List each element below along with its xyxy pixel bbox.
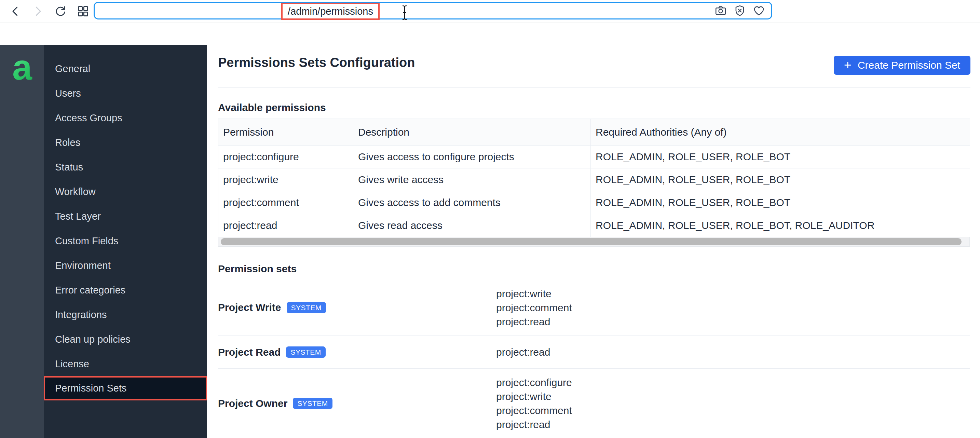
column-header-required-authorities-any-of: Required Authorities (Any of): [591, 119, 970, 145]
back-icon[interactable]: [9, 5, 22, 18]
cell-authorities: ROLE_ADMIN, ROLE_USER, ROLE_BOT: [591, 145, 970, 169]
permission-set-name-cell: Project WriteSYSTEM: [218, 279, 496, 336]
table-row-project-configure: project:configureGives access to configu…: [218, 145, 970, 169]
cell-authorities: ROLE_ADMIN, ROLE_USER, ROLE_BOT: [591, 169, 970, 191]
permission-line-project-read: project:read: [496, 417, 970, 432]
plus-icon: +: [844, 59, 851, 72]
permission-set-row-project-write: Project WriteSYSTEMproject:writeproject:…: [218, 279, 970, 336]
shield-block-icon[interactable]: [733, 5, 746, 17]
app-logo: a: [8, 51, 37, 84]
cell-description: Gives access to configure projects: [353, 145, 591, 169]
permission-set-permissions: project:configureproject:writeproject:co…: [496, 369, 970, 438]
permission-sets-heading: Permission sets: [218, 263, 297, 275]
forward-icon[interactable]: [32, 5, 45, 18]
available-permissions-table: PermissionDescriptionRequired Authoritie…: [218, 119, 970, 237]
url-value: /admin/permissions: [288, 6, 373, 17]
sidebar-item-custom-fields[interactable]: Custom Fields: [44, 229, 207, 253]
horizontal-scrollbar-track[interactable]: [218, 237, 970, 247]
column-header-permission: Permission: [218, 119, 353, 145]
column-header-description: Description: [353, 119, 591, 145]
permission-set-name-cell: Project OwnerSYSTEM: [218, 369, 496, 438]
sidebar-item-license[interactable]: License: [44, 352, 207, 376]
permission-sets-list: Project WriteSYSTEMproject:writeproject:…: [218, 279, 970, 438]
url-input[interactable]: /admin/permissions: [94, 2, 772, 19]
sidebar-logo-strip: a: [0, 45, 44, 438]
cell-description: Gives write access: [353, 169, 591, 191]
system-badge: SYSTEM: [286, 346, 325, 358]
permission-set-name: Project Owner: [218, 398, 287, 409]
tab-grid-icon[interactable]: [76, 5, 89, 18]
sidebar-item-roles[interactable]: Roles: [44, 130, 207, 155]
table-row-project-read: project:readGives read accessROLE_ADMIN,…: [218, 214, 970, 237]
sidebar-item-permission-sets[interactable]: Permission Sets: [44, 376, 207, 400]
table-row-project-write: project:writeGives write accessROLE_ADMI…: [218, 169, 970, 191]
horizontal-scrollbar-thumb[interactable]: [221, 238, 961, 245]
permission-line-project-comment: project:comment: [496, 403, 970, 417]
permission-line-project-write: project:write: [496, 390, 970, 403]
permission-set-name: Project Read: [218, 346, 280, 358]
heart-icon[interactable]: [753, 5, 765, 17]
header-divider: [218, 88, 970, 88]
sidebar-item-error-categories[interactable]: Error categories: [44, 278, 207, 303]
table-header-row: PermissionDescriptionRequired Authoritie…: [218, 119, 970, 145]
annotation-box-url: /admin/permissions: [281, 3, 380, 20]
admin-sidebar: a GeneralUsersAccess GroupsRolesStatusWo…: [0, 45, 207, 438]
sidebar-item-clean-up-policies[interactable]: Clean up policies: [44, 327, 207, 352]
permission-line-project-comment: project:comment: [496, 301, 970, 315]
permission-set-name-cell: Project ReadSYSTEM: [218, 336, 496, 368]
reload-icon[interactable]: [54, 5, 67, 18]
sidebar-item-general[interactable]: General: [44, 56, 207, 81]
cell-permission: project:write: [218, 169, 353, 191]
sidebar-item-integrations[interactable]: Integrations: [44, 303, 207, 327]
table-row-project-comment: project:commentGives access to add comme…: [218, 191, 970, 214]
cell-authorities: ROLE_ADMIN, ROLE_USER, ROLE_BOT: [591, 191, 970, 214]
cell-permission: project:read: [218, 214, 353, 237]
sidebar-nav: GeneralUsersAccess GroupsRolesStatusWork…: [44, 56, 207, 400]
cell-description: Gives access to add comments: [353, 191, 591, 214]
cell-authorities: ROLE_ADMIN, ROLE_USER, ROLE_BOT, ROLE_AU…: [591, 214, 970, 237]
sidebar-item-access-groups[interactable]: Access Groups: [44, 105, 207, 130]
page-title: Permissions Sets Configuration: [218, 55, 415, 70]
permission-set-permissions: project:read: [496, 336, 970, 368]
permission-line-project-read: project:read: [496, 345, 970, 359]
sidebar-item-users[interactable]: Users: [44, 81, 207, 105]
available-permissions-heading: Available permissions: [218, 102, 326, 113]
cell-description: Gives read access: [353, 214, 591, 237]
permission-set-row-project-owner: Project OwnerSYSTEMproject:configureproj…: [218, 369, 970, 438]
text-cursor-icon: [400, 5, 409, 21]
sidebar-item-environment[interactable]: Environment: [44, 253, 207, 278]
create-permission-set-label: Create Permission Set: [858, 59, 960, 71]
permission-line-project-configure: project:configure: [496, 376, 970, 390]
permission-set-permissions: project:writeproject:commentproject:read: [496, 279, 970, 336]
system-badge: SYSTEM: [287, 302, 326, 313]
cell-permission: project:configure: [218, 145, 353, 169]
sidebar-item-test-layer[interactable]: Test Layer: [44, 204, 207, 229]
cell-permission: project:comment: [218, 191, 353, 214]
sidebar-item-status[interactable]: Status: [44, 155, 207, 179]
permission-set-row-project-read: Project ReadSYSTEMproject:read: [218, 336, 970, 369]
sidebar-item-workflow[interactable]: Workflow: [44, 179, 207, 204]
permission-line-project-write: project:write: [496, 287, 970, 301]
permission-line-project-read: project:read: [496, 315, 970, 329]
create-permission-set-button[interactable]: + Create Permission Set: [834, 56, 970, 75]
permission-set-name: Project Write: [218, 302, 281, 313]
camera-icon[interactable]: [714, 5, 727, 17]
system-badge: SYSTEM: [293, 398, 332, 409]
browser-toolbar: /admin/permissions: [0, 0, 980, 23]
